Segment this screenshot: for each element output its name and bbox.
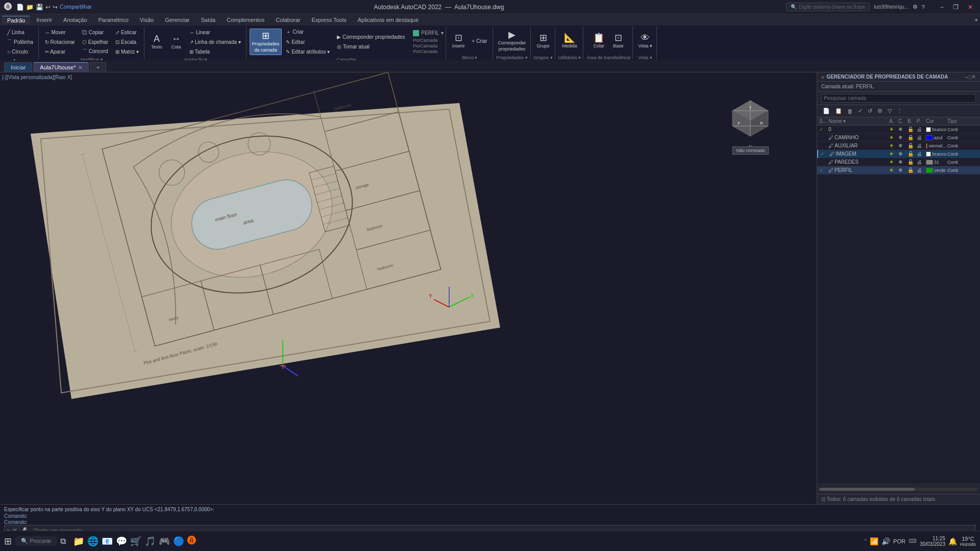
restore-btn[interactable]: ❐ <box>950 4 962 11</box>
layer-row-caminho[interactable]: 🖊CAMINHO ☀ ❄ 🔓 🖨 azul Conti <box>817 134 980 142</box>
tabela-btn[interactable]: ⊞ Tabela <box>186 47 244 56</box>
tab-file[interactable]: Aula7Uhouse* ✕ <box>33 62 88 72</box>
texto-btn[interactable]: A Texto <box>148 29 166 55</box>
layer-imagem-on[interactable]: ☀ <box>889 151 897 157</box>
more-options-btn[interactable]: ⋮ <box>895 107 904 115</box>
minimize-btn[interactable]: − <box>937 4 947 11</box>
lang-label[interactable]: POR <box>893 538 905 544</box>
layer-imagem-lock[interactable]: 🔓 <box>908 151 916 157</box>
tab-iniciar[interactable]: Iniciar <box>4 62 32 72</box>
colar-btn[interactable]: 📋 Colar <box>590 28 608 54</box>
settings-icon[interactable]: ⚙ <box>913 4 918 10</box>
layer-row-imagem[interactable]: ✓ 🖊IMAGEM ☀ ❄ 🔓 🖨 branco Conti <box>817 150 980 158</box>
layer-0-print[interactable]: 🖨 <box>917 127 925 132</box>
layer-auxiliar-on[interactable]: ☀ <box>889 143 897 148</box>
polilinha-btn[interactable]: ⌒ Polilinha <box>4 37 36 46</box>
layer-0-on[interactable]: ☀ <box>889 127 897 132</box>
tab-anotacao[interactable]: Anotação <box>58 16 92 24</box>
col-name[interactable]: Nome ▾ <box>828 118 888 124</box>
refresh-btn[interactable]: ↺ <box>866 107 874 115</box>
layer-auxiliar-lock[interactable]: 🔓 <box>908 143 916 148</box>
escala-btn[interactable]: ⊡ Escala <box>112 37 142 46</box>
layer-perfil-lock[interactable]: 🔓 <box>908 167 916 173</box>
editar-camada-btn[interactable]: ✎ Editar <box>283 37 333 46</box>
help-icon[interactable]: ? <box>922 4 925 10</box>
tab-gerenciar[interactable]: Gerenciar <box>160 16 194 24</box>
search-taskbar-btn[interactable]: 🔍 Procurar <box>15 536 57 546</box>
grupo-btn[interactable]: ⊞ Grupo <box>534 28 552 54</box>
sound-icon[interactable]: 🔊 <box>881 537 890 545</box>
tab-add[interactable]: + <box>90 62 106 72</box>
canvas-area[interactable]: [-][Vista personalizada][Raio X] <box>0 72 817 504</box>
music-icon[interactable]: 🎵 <box>144 536 156 547</box>
corresponder-prop-btn[interactable]: ▶ Corresponder propriedades <box>496 28 528 54</box>
tab-express[interactable]: Express Tools <box>307 16 352 24</box>
cota-btn[interactable]: ↔ Cota <box>167 29 185 55</box>
panel-restore[interactable]: □ <box>968 74 971 80</box>
layer-imagem-freeze[interactable]: ❄ <box>898 151 906 157</box>
criar-bloco-btn[interactable]: + Criar <box>469 36 490 45</box>
panel-close[interactable]: ✕ <box>971 73 976 80</box>
fileexplorer-icon[interactable]: 📁 <box>73 536 84 547</box>
layer-row-paredes[interactable]: 🖊PAREDES ☀ ❄ 🔓 🖨 31 Conti <box>817 158 980 166</box>
tab-inserir[interactable]: Inserir <box>31 16 57 24</box>
corresponder-btn[interactable]: ▶ Corresponder propriedades <box>334 33 408 42</box>
layer-auxiliar-color[interactable]: vermel... <box>926 143 946 148</box>
tomar-atual-btn[interactable]: ◎ Tomar atual <box>334 42 408 52</box>
inserir-bloco-btn[interactable]: ⊡ Inserir <box>449 28 468 54</box>
esticar-btn[interactable]: ⤢ Esticar <box>112 28 142 37</box>
linha-chamada-btn[interactable]: ↗ Linha de chamada ▾ <box>186 37 244 46</box>
new-btn[interactable]: 📄 <box>16 4 24 11</box>
tray-arrow[interactable]: ^ <box>864 538 867 544</box>
set-current-btn[interactable]: ✓ <box>856 107 864 115</box>
ribbon-collapse[interactable]: ▾ <box>975 17 978 23</box>
redo-btn[interactable]: ↪ <box>53 4 58 11</box>
new-layer-btn[interactable]: 📄 <box>821 107 831 115</box>
browser-icon[interactable]: 🌐 <box>87 536 99 547</box>
taskview-btn[interactable]: ⧉ <box>60 537 66 546</box>
undo-btn[interactable]: ↩ <box>45 4 51 11</box>
close-btn[interactable]: ✕ <box>965 4 976 11</box>
layer-row-perfil[interactable]: ✓ 🖊PERFIL ☀ ❄ 🔓 🖨 verde Conti <box>817 166 980 174</box>
taskbar-clock[interactable]: 11:25 30/03/2023 <box>920 536 945 547</box>
layer-search-input[interactable] <box>821 94 976 103</box>
mover-btn[interactable]: ↔ Mover <box>42 28 78 37</box>
notification-btn[interactable]: 🔔 <box>948 537 957 545</box>
panel-expand-left[interactable]: « <box>821 74 824 80</box>
layer-paredes-freeze[interactable]: ❄ <box>898 159 906 165</box>
linha-btn[interactable]: ╱ Linha <box>4 28 36 37</box>
weather-widget[interactable]: 19°C Húmido <box>960 536 976 547</box>
tab-complementos[interactable]: Complementos <box>222 16 270 24</box>
tab-visao[interactable]: Visão <box>135 16 159 24</box>
keyboard-icon[interactable]: ⌨ <box>909 538 917 544</box>
user-account[interactable]: luis99henriqu... <box>874 4 909 10</box>
layer-paredes-on[interactable]: ☀ <box>889 159 897 165</box>
linear-btn[interactable]: ↔ Linear <box>186 28 244 37</box>
teams-icon[interactable]: 💬 <box>116 536 127 547</box>
tab-apps[interactable]: Aplicativos em destaque <box>353 16 424 24</box>
layer-dropdown-arrow[interactable]: ▾ <box>441 30 444 36</box>
layer-caminho-print[interactable]: 🖨 <box>917 135 925 140</box>
autocad-icon[interactable]: 🅐 <box>187 536 197 546</box>
delete-layer-btn[interactable]: 🗑 <box>846 108 854 115</box>
arco-btn[interactable]: ⌓ Arco <box>4 57 36 60</box>
propriedades-camada-btn[interactable]: ⊞ Propriedades da camada <box>250 29 282 55</box>
discord-icon[interactable]: 🎮 <box>159 536 170 547</box>
settings-layer-btn[interactable]: ⚙ <box>876 107 884 115</box>
open-btn[interactable]: 📁 <box>26 4 34 11</box>
concord-btn[interactable]: ⌒ Concord <box>79 47 111 56</box>
store-icon[interactable]: 🛒 <box>130 536 141 547</box>
rotacionar-btn[interactable]: ↻ Rotacionar <box>42 37 78 46</box>
circulo-btn[interactable]: ○ Círculo <box>4 47 36 56</box>
espelhar-btn[interactable]: ⬡ Espelhar <box>79 37 111 46</box>
aparar-btn[interactable]: ✂ Aparar <box>42 47 78 56</box>
layer-caminho-lock[interactable]: 🔓 <box>908 135 916 140</box>
chrome-icon[interactable]: 🔵 <box>173 536 184 547</box>
layer-caminho-freeze[interactable]: ❄ <box>898 135 906 140</box>
layer-row-auxiliar[interactable]: 🖊AUXILIAR ☀ ❄ 🔓 🖨 vermel... Conti <box>817 142 980 150</box>
layer-0-color[interactable]: branco <box>926 127 946 132</box>
vista-btn[interactable]: 👁 Vista ▾ <box>636 28 654 54</box>
layer-0-lock[interactable]: 🔓 <box>908 127 916 132</box>
criar-camada-btn[interactable]: ＋ Criar <box>283 28 333 37</box>
layer-row-0[interactable]: ✓ 0 ☀ ❄ 🔓 🖨 branco Conti <box>817 126 980 134</box>
